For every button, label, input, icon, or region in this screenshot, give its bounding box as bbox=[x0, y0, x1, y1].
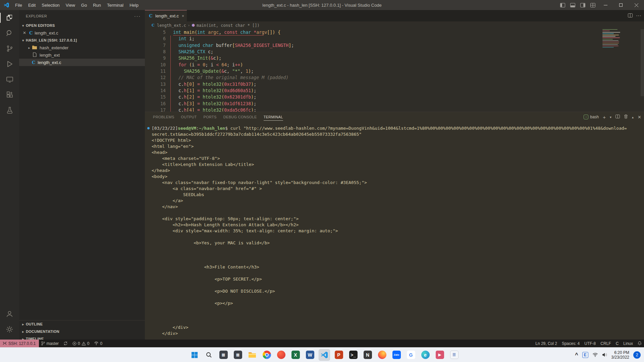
encoding[interactable]: UTF-8 bbox=[582, 340, 598, 347]
testing-icon[interactable] bbox=[0, 103, 19, 118]
new-terminal-icon[interactable]: + bbox=[603, 114, 606, 120]
sync-button[interactable] bbox=[61, 340, 70, 347]
notification-badge[interactable]: 2 bbox=[633, 351, 641, 359]
taskbar-word-icon[interactable]: W bbox=[304, 349, 316, 361]
panel-actions: › bash + ▾ ▴ ✕ bbox=[584, 114, 641, 120]
remote-explorer-icon[interactable] bbox=[0, 72, 19, 87]
taskbar-onenote-icon[interactable]: N bbox=[362, 349, 373, 361]
minimap[interactable] bbox=[602, 29, 621, 49]
taskbar-google-icon[interactable]: G bbox=[405, 349, 417, 361]
workbench: EXPLORER ··· ▾ OPEN EDITORS ✕Clength_ext… bbox=[0, 10, 644, 340]
section-documentation[interactable]: ▸DOCUMENTATION bbox=[19, 328, 145, 335]
panel-tab-terminal[interactable]: TERMINAL bbox=[260, 112, 286, 122]
close-tab-icon[interactable]: × bbox=[182, 14, 184, 18]
account-icon[interactable] bbox=[0, 306, 19, 321]
error-icon bbox=[72, 342, 76, 346]
more-actions-icon[interactable]: ··· bbox=[636, 13, 641, 19]
tree-item-hash_extender[interactable]: ▸hash_extender bbox=[19, 44, 145, 51]
taskbar-widgets-icon[interactable]: ▦ bbox=[232, 349, 244, 361]
folder-section[interactable]: ▾ HASH_LEN [SSH: 127.0.0.1] bbox=[19, 37, 145, 44]
taskbar-chrome-icon[interactable] bbox=[261, 349, 272, 361]
menu-view[interactable]: View bbox=[63, 1, 78, 9]
search-icon[interactable] bbox=[0, 25, 19, 41]
cursor-position[interactable]: Ln 29, Col 2 bbox=[533, 340, 559, 347]
taskbar-edge-icon[interactable]: e bbox=[420, 349, 431, 361]
maximize-panel-icon[interactable]: ▴ bbox=[632, 115, 634, 119]
indentation[interactable]: Spaces: 4 bbox=[559, 340, 582, 347]
notifications-bell[interactable] bbox=[635, 340, 644, 347]
language-indicator[interactable]: E bbox=[582, 352, 588, 358]
maximize-button[interactable] bbox=[613, 0, 629, 10]
menu-file[interactable]: File bbox=[12, 1, 25, 9]
tab-length-ext[interactable]: C length_ext.c × bbox=[145, 10, 187, 21]
menu-run[interactable]: Run bbox=[90, 1, 104, 9]
close-editor-icon[interactable]: ✕ bbox=[22, 31, 27, 35]
taskbar-excel-icon[interactable]: X bbox=[290, 349, 301, 361]
toggle-sidebar-icon[interactable] bbox=[557, 0, 568, 10]
taskbar-clock[interactable]: 6:20 PM 3/23/2022 bbox=[611, 350, 629, 360]
git-branch[interactable]: master bbox=[39, 340, 61, 347]
wifi-icon[interactable] bbox=[592, 353, 598, 357]
command-decoration-dot[interactable] bbox=[147, 127, 150, 129]
eol-sequence[interactable]: CRLF bbox=[598, 340, 613, 347]
taskbar-taskview-icon[interactable]: ▦ bbox=[218, 349, 229, 361]
run-debug-icon[interactable] bbox=[0, 56, 19, 72]
customize-layout-icon[interactable] bbox=[588, 0, 598, 10]
sidebar-more-actions-icon[interactable]: ··· bbox=[134, 13, 141, 19]
chevron-down-icon: ▾ bbox=[20, 24, 26, 27]
menu-help[interactable]: Help bbox=[126, 1, 142, 9]
remote-indicator[interactable]: SSH: 127.0.0.1 bbox=[0, 340, 39, 347]
menu-terminal[interactable]: Terminal bbox=[104, 1, 126, 9]
kill-terminal-icon[interactable] bbox=[624, 114, 628, 120]
menu-selection[interactable]: Selection bbox=[39, 1, 62, 9]
source-control-icon[interactable] bbox=[0, 41, 19, 56]
menu-go[interactable]: Go bbox=[78, 1, 90, 9]
toggle-secondary-sidebar-icon[interactable] bbox=[578, 0, 588, 10]
panel-tab-ports[interactable]: PORTS bbox=[200, 112, 220, 122]
menu-edit[interactable]: Edit bbox=[25, 1, 39, 9]
open-editor-item[interactable]: ✕Clength_ext.c bbox=[19, 29, 145, 37]
terminal-dropdown-icon[interactable]: ▾ bbox=[610, 115, 611, 119]
tree-item-length_ext.c[interactable]: Clength_ext.c bbox=[19, 59, 145, 66]
close-button[interactable] bbox=[629, 0, 644, 10]
terminal[interactable]: [03/23/22]seed@VM:~/hash_len$ curl "http… bbox=[145, 122, 644, 340]
taskbar-vscode-icon[interactable] bbox=[319, 349, 330, 361]
taskbar-start-icon[interactable] bbox=[189, 349, 200, 361]
panel-tab-debug-console[interactable]: DEBUG CONSOLE bbox=[220, 112, 260, 122]
tree-item-length_ext[interactable]: length_ext bbox=[19, 51, 145, 59]
taskbar-zalo-icon[interactable]: Zalo bbox=[391, 349, 402, 361]
problems-indicator[interactable]: 0 0 bbox=[70, 340, 92, 347]
taskbar-brave-icon[interactable] bbox=[275, 349, 287, 361]
taskbar-terminal-icon[interactable]: >_ bbox=[347, 349, 359, 361]
panel-tab-output[interactable]: OUTPUT bbox=[178, 112, 200, 122]
section-timeline[interactable]: ▸TIMELINE bbox=[19, 335, 145, 340]
language-mode[interactable]: C bbox=[613, 340, 621, 347]
taskbar-powerpoint-icon[interactable]: P bbox=[333, 349, 344, 361]
close-panel-icon[interactable]: ✕ bbox=[638, 115, 641, 120]
ports-indicator[interactable]: 0 bbox=[92, 340, 105, 347]
section-outline[interactable]: ▸OUTLINE bbox=[19, 320, 145, 328]
extensions-icon[interactable] bbox=[0, 87, 19, 103]
taskbar-file-explorer-icon[interactable] bbox=[247, 349, 258, 361]
split-terminal-icon[interactable] bbox=[615, 115, 620, 119]
split-editor-icon[interactable] bbox=[628, 13, 633, 19]
toggle-panel-icon[interactable] bbox=[568, 0, 578, 10]
tray-chevron-icon[interactable]: ^ bbox=[575, 352, 578, 358]
taskbar-search-icon[interactable] bbox=[203, 349, 215, 361]
editor-scrollbar[interactable] bbox=[641, 29, 644, 96]
breadcrumb[interactable]: C length_ext.c › ⬢ main(int, const char … bbox=[145, 21, 644, 29]
code-editor[interactable]: 5int main(int argc, const char *argv[]) … bbox=[145, 29, 644, 112]
explorer-icon[interactable] bbox=[0, 10, 19, 25]
terminal-line: <title>Length Extension Lab</title> bbox=[152, 162, 644, 168]
taskbar-wordpad-icon[interactable]: ☰ bbox=[448, 349, 460, 361]
taskbar-firefox-icon[interactable] bbox=[376, 349, 388, 361]
settings-icon[interactable] bbox=[0, 321, 19, 337]
terminal-profile[interactable]: › bash bbox=[584, 115, 599, 119]
volume-icon[interactable] bbox=[602, 353, 607, 357]
os-indicator[interactable]: Linux bbox=[621, 340, 635, 347]
minimize-button[interactable] bbox=[598, 0, 613, 10]
taskbar-media-player-icon[interactable]: ▶ bbox=[434, 349, 445, 361]
panel-tab-problems[interactable]: PROBLEMS bbox=[150, 112, 178, 122]
open-editors-section[interactable]: ▾ OPEN EDITORS bbox=[19, 22, 145, 29]
terminal-line: <h2><b>Hash Length Extension Attack Lab<… bbox=[152, 222, 644, 228]
